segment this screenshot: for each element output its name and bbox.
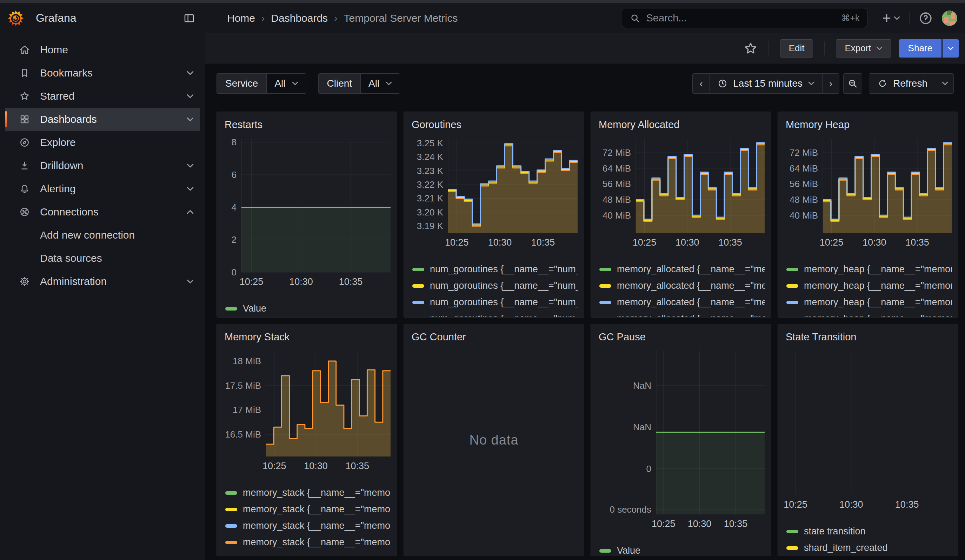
legend-label[interactable]: memory_heap {__name__="memory_h	[804, 264, 952, 275]
sidebar-item-connections[interactable]: Connections	[5, 200, 200, 224]
user-avatar[interactable]	[942, 11, 957, 26]
legend-label[interactable]: num_goroutines {__name__="num_go	[430, 297, 577, 308]
sidebar-item-alerting[interactable]: Alerting	[5, 177, 200, 200]
legend-item[interactable]: memory_allocated {__name__="memo	[599, 294, 765, 310]
legend-label[interactable]: memory_stack {__name__="memory_s	[243, 504, 391, 515]
legend-label[interactable]: memory_heap {__name__="memory_h	[804, 280, 952, 291]
bell-icon	[19, 183, 30, 194]
client-filter[interactable]: Client All	[318, 73, 401, 94]
edit-button[interactable]: Edit	[780, 39, 813, 57]
legend-label[interactable]: memory_allocated {__name__="memo	[617, 297, 765, 308]
legend-item[interactable]: memory_allocated {__name__="memo	[599, 278, 765, 294]
chevron-down-icon[interactable]	[187, 279, 194, 284]
export-button[interactable]: Export	[836, 39, 891, 57]
legend-item[interactable]: memory_allocated {__name__="memo	[599, 261, 765, 278]
legend-label[interactable]: memory_stack {__name__="memory_s	[243, 487, 391, 498]
sidebar-item-data-sources[interactable]: Data sources	[5, 247, 200, 270]
zoom-out-button[interactable]	[843, 73, 862, 94]
legend-label[interactable]: Value	[617, 545, 640, 556]
chevron-down-icon[interactable]	[187, 71, 194, 75]
legend-item[interactable]: memory_stack {__name__="memory_s	[225, 518, 391, 534]
sidebar-item-label: Dashboards	[40, 113, 97, 125]
legend-label[interactable]: num_goroutines {__name__="num_go	[430, 280, 577, 291]
legend-label[interactable]: memory_heap {__name__="memory_h	[804, 297, 952, 308]
legend-item[interactable]: memory_stack {__name__="memory_s	[225, 485, 391, 501]
chevron-down-icon[interactable]	[187, 94, 194, 99]
panel-title[interactable]: Memory Stack	[224, 331, 391, 343]
legend-item[interactable]: Value	[599, 542, 765, 556]
legend-label[interactable]: num_goroutines {__name__="num_go	[430, 264, 577, 275]
chevron-up-icon[interactable]	[187, 210, 194, 214]
panel-legend: state transitionshard_item_created	[784, 523, 952, 556]
chevron-down-icon[interactable]	[187, 187, 194, 191]
favorite-star-icon[interactable]	[744, 42, 757, 55]
legend-item[interactable]: num_goroutines {__name__="num_go	[412, 278, 577, 294]
legend-item[interactable]: memory_heap {__name__="memory_h	[787, 310, 952, 318]
breadcrumb-dashboards[interactable]: Dashboards	[271, 12, 328, 24]
legend-item[interactable]: memory_stack {__name__="memory_s	[225, 501, 391, 518]
chart-canvas[interactable]: 10:2510:3010:35	[784, 351, 952, 511]
sidebar-toggle-icon[interactable]	[183, 13, 195, 24]
legend-item[interactable]: num_goroutines {__name__="num_go	[412, 261, 577, 278]
legend-label[interactable]: state transition	[804, 526, 866, 537]
share-menu-button[interactable]	[942, 39, 959, 57]
breadcrumb-home[interactable]: Home	[227, 12, 255, 24]
sidebar-item-dashboards[interactable]: Dashboards	[5, 108, 200, 131]
legend-item[interactable]: num_goroutines {__name__="num_go	[412, 294, 577, 310]
legend-label[interactable]: memory_stack {__name__="memory_s	[243, 537, 391, 548]
legend-label[interactable]: memory_allocated {__name__="memo	[617, 313, 765, 318]
service-filter[interactable]: Service All	[216, 73, 306, 94]
sidebar-item-administration[interactable]: Administration	[5, 270, 200, 293]
sidebar-item-drilldown[interactable]: Drilldown	[5, 154, 200, 177]
sidebar-item-add-new-connection[interactable]: Add new connection	[5, 224, 200, 247]
legend-item[interactable]: state transition	[787, 523, 952, 540]
time-range-picker[interactable]: Last 15 minutes	[710, 73, 822, 93]
panel-title[interactable]: Memory Allocated	[599, 119, 765, 131]
legend-item[interactable]: memory_heap {__name__="memory_h	[787, 294, 952, 310]
chart-canvas[interactable]: 16.5 MiB17 MiB17.5 MiB18 MiB10:2510:3010…	[223, 351, 391, 473]
legend-item[interactable]: memory_heap {__name__="memory_h	[787, 278, 952, 294]
legend-label[interactable]: memory_heap {__name__="memory_h	[804, 313, 952, 318]
help-icon[interactable]	[919, 11, 933, 25]
legend-item[interactable]: memory_stack {__name__="memory_s	[225, 534, 391, 550]
service-filter-value[interactable]: All	[267, 73, 306, 93]
legend-item[interactable]: memory_heap {__name__="memory_h	[787, 261, 952, 278]
sidebar-item-home[interactable]: Home	[5, 38, 200, 61]
chevron-down-icon	[292, 82, 298, 86]
legend-item[interactable]: shard_item_created	[787, 540, 952, 556]
new-menu-button[interactable]: +	[882, 11, 900, 26]
legend-label[interactable]: num_goroutines {__name__="num_go	[430, 313, 577, 318]
legend-label[interactable]: shard_item_created	[804, 542, 888, 553]
legend-label[interactable]: Value	[243, 303, 267, 314]
panel-title[interactable]: Memory Heap	[786, 119, 952, 131]
share-button[interactable]: Share	[899, 39, 942, 57]
legend-label[interactable]: memory_allocated {__name__="memo	[617, 264, 765, 275]
client-filter-value[interactable]: All	[361, 73, 400, 93]
panel-title[interactable]: Restarts	[224, 119, 391, 131]
panel-title[interactable]: Goroutines	[412, 119, 577, 131]
legend-label[interactable]: memory_allocated {__name__="memo	[617, 280, 765, 291]
brand-name[interactable]: Grafana	[36, 11, 77, 24]
legend-item[interactable]: Value	[225, 300, 391, 317]
legend-label[interactable]: memory_stack {__name__="memory_s	[243, 520, 391, 531]
legend-item[interactable]: memory_allocated {__name__="memo	[599, 310, 765, 318]
chevron-down-icon[interactable]	[187, 163, 194, 168]
sidebar-item-starred[interactable]: Starred	[5, 85, 200, 108]
sidebar-item-bookmarks[interactable]: Bookmarks	[5, 61, 200, 85]
panel-title[interactable]: GC Pause	[599, 331, 765, 343]
legend-item[interactable]: num_goroutines {__name__="num_go	[412, 310, 577, 318]
time-shift-forward-button[interactable]: ›	[822, 73, 839, 93]
chart-canvas[interactable]: 40 MiB48 MiB56 MiB64 MiB72 MiB10:2510:30…	[597, 139, 765, 249]
refresh-interval-button[interactable]	[936, 73, 954, 93]
search-input[interactable]: Search... ⌘+k	[622, 8, 867, 28]
chart-canvas[interactable]: 3.19 K3.20 K3.21 K3.22 K3.23 K3.24 K3.25…	[410, 139, 577, 249]
chart-canvas[interactable]: 0 seconds0NaNNaN10:2510:3010:35	[597, 351, 765, 531]
refresh-button[interactable]: Refresh	[869, 73, 936, 93]
svg-text:48 MiB: 48 MiB	[602, 194, 631, 205]
sidebar-item-explore[interactable]: Explore	[5, 131, 200, 154]
chart-canvas[interactable]: 0246810:2510:3010:35	[223, 139, 391, 289]
chevron-down-icon[interactable]	[187, 117, 194, 122]
panel-title[interactable]: State Transition	[786, 331, 952, 343]
chart-canvas[interactable]: 40 MiB48 MiB56 MiB64 MiB72 MiB10:2510:30…	[784, 139, 952, 249]
time-shift-back-button[interactable]: ‹	[693, 73, 710, 93]
